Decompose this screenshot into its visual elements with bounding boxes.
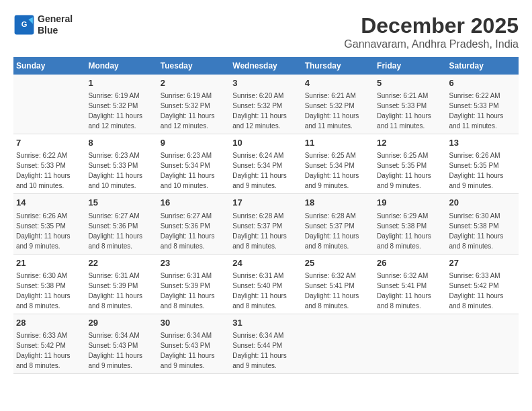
day-header-wednesday: Wednesday [230, 57, 302, 75]
day-number: 27 [449, 257, 516, 269]
day-info: Sunrise: 6:30 AMSunset: 5:38 PMDaylight:… [16, 272, 71, 310]
location-subtitle: Gannavaram, Andhra Pradesh, India [344, 38, 519, 50]
day-number: 7 [16, 137, 83, 149]
svg-text:G: G [21, 20, 28, 28]
calendar-header-row: SundayMondayTuesdayWednesdayThursdayFrid… [13, 57, 519, 75]
title-section: December 2025 Gannavaram, Andhra Pradesh… [344, 13, 519, 50]
day-header-sunday: Sunday [13, 57, 85, 75]
day-number: 10 [232, 137, 299, 149]
calendar-cell [447, 314, 519, 373]
day-header-saturday: Saturday [447, 57, 519, 75]
day-info: Sunrise: 6:31 AMSunset: 5:39 PMDaylight:… [88, 272, 142, 310]
calendar-cell: 21Sunrise: 6:30 AMSunset: 5:38 PMDayligh… [13, 254, 85, 314]
calendar-cell: 19Sunrise: 6:29 AMSunset: 5:38 PMDayligh… [374, 194, 446, 254]
day-info: Sunrise: 6:31 AMSunset: 5:39 PMDaylight:… [161, 272, 215, 310]
calendar-cell: 27Sunrise: 6:33 AMSunset: 5:42 PMDayligh… [447, 254, 519, 314]
calendar-cell: 10Sunrise: 6:24 AMSunset: 5:34 PMDayligh… [230, 134, 302, 194]
day-number: 29 [88, 317, 154, 329]
calendar-cell: 6Sunrise: 6:22 AMSunset: 5:33 PMDaylight… [447, 75, 519, 134]
calendar-week-5: 28Sunrise: 6:33 AMSunset: 5:42 PMDayligh… [13, 314, 519, 373]
page-header: G General Blue December 2025 Gannavaram,… [13, 13, 519, 50]
day-info: Sunrise: 6:27 AMSunset: 5:36 PMDaylight:… [161, 212, 215, 250]
logo-text: General Blue [38, 13, 73, 36]
calendar-cell: 16Sunrise: 6:27 AMSunset: 5:36 PMDayligh… [158, 194, 230, 254]
day-number: 17 [232, 197, 299, 209]
day-number: 2 [161, 77, 227, 89]
day-number: 22 [88, 257, 154, 269]
day-number: 4 [305, 77, 371, 89]
calendar-cell: 31Sunrise: 6:34 AMSunset: 5:44 PMDayligh… [230, 314, 302, 373]
day-number: 12 [377, 137, 443, 149]
calendar-cell: 12Sunrise: 6:25 AMSunset: 5:35 PMDayligh… [374, 134, 446, 194]
calendar-cell [374, 314, 446, 373]
day-number: 11 [305, 137, 371, 149]
day-number: 3 [232, 77, 299, 89]
day-number: 16 [161, 197, 227, 209]
logo: G General Blue [13, 13, 73, 36]
day-number: 9 [161, 137, 227, 149]
day-number: 21 [16, 257, 83, 269]
day-info: Sunrise: 6:28 AMSunset: 5:37 PMDaylight:… [305, 212, 359, 250]
calendar-cell: 2Sunrise: 6:19 AMSunset: 5:32 PMDaylight… [158, 75, 230, 134]
day-info: Sunrise: 6:30 AMSunset: 5:38 PMDaylight:… [449, 212, 504, 250]
calendar-title: December 2025 [344, 13, 519, 38]
day-info: Sunrise: 6:24 AMSunset: 5:34 PMDaylight:… [232, 152, 287, 189]
day-number: 18 [305, 197, 371, 209]
calendar-cell: 3Sunrise: 6:20 AMSunset: 5:32 PMDaylight… [230, 75, 302, 134]
calendar-cell: 24Sunrise: 6:31 AMSunset: 5:40 PMDayligh… [230, 254, 302, 314]
day-info: Sunrise: 6:27 AMSunset: 5:36 PMDaylight:… [88, 212, 142, 250]
calendar-week-1: 1Sunrise: 6:19 AMSunset: 5:32 PMDaylight… [13, 75, 519, 134]
calendar-cell: 8Sunrise: 6:23 AMSunset: 5:33 PMDaylight… [85, 134, 157, 194]
day-info: Sunrise: 6:23 AMSunset: 5:33 PMDaylight:… [88, 152, 142, 189]
calendar-cell: 23Sunrise: 6:31 AMSunset: 5:39 PMDayligh… [158, 254, 230, 314]
day-info: Sunrise: 6:19 AMSunset: 5:32 PMDaylight:… [161, 92, 215, 130]
calendar-week-4: 21Sunrise: 6:30 AMSunset: 5:38 PMDayligh… [13, 254, 519, 314]
day-number: 13 [449, 137, 516, 149]
calendar-week-3: 14Sunrise: 6:26 AMSunset: 5:35 PMDayligh… [13, 194, 519, 254]
calendar-cell: 30Sunrise: 6:34 AMSunset: 5:43 PMDayligh… [158, 314, 230, 373]
day-info: Sunrise: 6:32 AMSunset: 5:41 PMDaylight:… [305, 272, 359, 310]
day-info: Sunrise: 6:28 AMSunset: 5:37 PMDaylight:… [232, 212, 287, 250]
calendar-cell: 4Sunrise: 6:21 AMSunset: 5:32 PMDaylight… [302, 75, 374, 134]
day-info: Sunrise: 6:21 AMSunset: 5:33 PMDaylight:… [377, 92, 431, 130]
day-info: Sunrise: 6:32 AMSunset: 5:41 PMDaylight:… [377, 272, 431, 310]
day-info: Sunrise: 6:34 AMSunset: 5:44 PMDaylight:… [232, 332, 287, 369]
calendar-cell: 11Sunrise: 6:25 AMSunset: 5:34 PMDayligh… [302, 134, 374, 194]
calendar-cell: 9Sunrise: 6:23 AMSunset: 5:34 PMDaylight… [158, 134, 230, 194]
day-header-thursday: Thursday [302, 57, 374, 75]
day-number: 24 [232, 257, 299, 269]
day-number: 15 [88, 197, 154, 209]
calendar-cell: 1Sunrise: 6:19 AMSunset: 5:32 PMDaylight… [85, 75, 157, 134]
calendar-cell: 17Sunrise: 6:28 AMSunset: 5:37 PMDayligh… [230, 194, 302, 254]
calendar-cell: 22Sunrise: 6:31 AMSunset: 5:39 PMDayligh… [85, 254, 157, 314]
day-info: Sunrise: 6:25 AMSunset: 5:34 PMDaylight:… [305, 152, 359, 189]
day-header-tuesday: Tuesday [158, 57, 230, 75]
day-number: 5 [377, 77, 443, 89]
day-info: Sunrise: 6:33 AMSunset: 5:42 PMDaylight:… [16, 332, 71, 369]
day-number: 20 [449, 197, 516, 209]
day-header-monday: Monday [85, 57, 157, 75]
day-header-friday: Friday [374, 57, 446, 75]
day-info: Sunrise: 6:25 AMSunset: 5:35 PMDaylight:… [377, 152, 431, 189]
logo-icon: G [13, 14, 35, 36]
day-number: 28 [16, 317, 83, 329]
day-number: 19 [377, 197, 443, 209]
calendar-cell: 18Sunrise: 6:28 AMSunset: 5:37 PMDayligh… [302, 194, 374, 254]
calendar-cell: 25Sunrise: 6:32 AMSunset: 5:41 PMDayligh… [302, 254, 374, 314]
day-info: Sunrise: 6:22 AMSunset: 5:33 PMDaylight:… [16, 152, 71, 189]
day-number: 6 [449, 77, 516, 89]
calendar-cell [302, 314, 374, 373]
calendar-cell: 13Sunrise: 6:26 AMSunset: 5:35 PMDayligh… [447, 134, 519, 194]
day-info: Sunrise: 6:26 AMSunset: 5:35 PMDaylight:… [449, 152, 504, 189]
day-number: 25 [305, 257, 371, 269]
day-number: 30 [161, 317, 227, 329]
calendar-cell: 14Sunrise: 6:26 AMSunset: 5:35 PMDayligh… [13, 194, 85, 254]
day-number: 8 [88, 137, 154, 149]
calendar-cell: 7Sunrise: 6:22 AMSunset: 5:33 PMDaylight… [13, 134, 85, 194]
day-info: Sunrise: 6:22 AMSunset: 5:33 PMDaylight:… [449, 92, 504, 130]
calendar-cell: 26Sunrise: 6:32 AMSunset: 5:41 PMDayligh… [374, 254, 446, 314]
day-info: Sunrise: 6:21 AMSunset: 5:32 PMDaylight:… [305, 92, 359, 130]
day-number: 23 [161, 257, 227, 269]
day-info: Sunrise: 6:34 AMSunset: 5:43 PMDaylight:… [88, 332, 142, 369]
day-info: Sunrise: 6:34 AMSunset: 5:43 PMDaylight:… [161, 332, 215, 369]
